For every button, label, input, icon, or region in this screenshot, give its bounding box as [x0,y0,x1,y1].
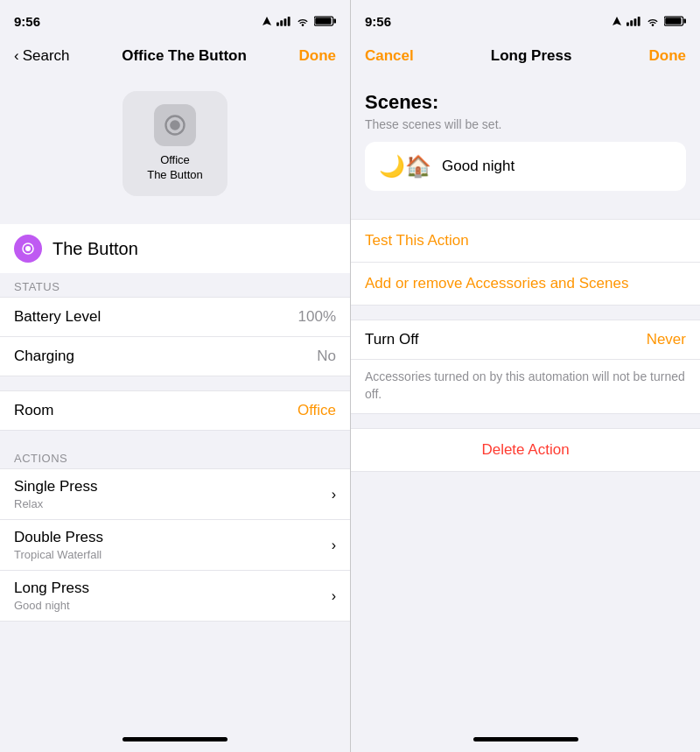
device-card: Office The Button [122,91,228,196]
svg-rect-12 [630,20,633,25]
svg-rect-0 [276,22,279,25]
chevron-right-icon-2: › [332,538,336,553]
delete-section: Delete Action [351,428,700,472]
chevron-right-icon-1: › [332,487,336,503]
double-press-item[interactable]: Double Press Tropical Waterfall › [0,520,350,571]
room-item[interactable]: Room Office [0,391,350,430]
actions-list: Single Press Relax › Double Press Tropic… [0,468,350,622]
turn-off-section: Turn Off Never Accessories turned on by … [351,320,700,414]
device-row-icon [14,235,42,263]
long-press-item[interactable]: Long Press Good night › [0,571,350,621]
time-right: 9:56 [365,14,391,29]
link-section: Test This Action Add or remove Accessori… [351,219,700,306]
svg-rect-17 [665,18,681,25]
double-press-title: Double Press [14,529,332,546]
right-spacer [351,472,700,730]
single-press-subtitle: Relax [14,497,332,510]
charging-key: Charging [14,348,74,365]
chevron-left-icon: ‹ [14,47,19,65]
actions-section-label: ACTIONS [0,445,350,468]
charging-value: No [317,348,336,365]
svg-rect-13 [634,18,637,26]
charging-item: Charging No [0,337,350,376]
turn-off-row[interactable]: Turn Off Never [351,320,700,360]
battery-level-value: 100% [298,308,336,326]
scenes-section: Scenes: These scenes will be set. 🌙🏠 Goo… [351,77,700,205]
left-spacer [0,622,350,730]
chevron-right-icon-3: › [332,588,336,604]
single-press-item[interactable]: Single Press Relax › [0,469,350,520]
device-card-label: Office The Button [147,153,203,183]
nav-bar-right: Cancel Long Press Done [351,39,700,77]
status-section-label: STATUS [0,273,350,297]
location-icon-right [612,16,622,26]
back-button-left[interactable]: ‹ Search [14,47,70,65]
turn-off-description: Accessories turned on by this automation… [351,360,700,413]
cancel-button[interactable]: Cancel [365,47,414,65]
button-device-icon [20,241,36,257]
done-button-right[interactable]: Done [649,47,687,65]
room-value: Office [298,402,336,419]
test-action-link[interactable]: Test This Action [351,220,700,263]
turn-off-label: Turn Off [365,331,418,348]
svg-point-8 [170,120,180,130]
signal-icon-right [626,16,641,26]
add-remove-link[interactable]: Add or remove Accessories and Scenes [351,263,700,305]
svg-rect-14 [638,17,640,26]
turn-off-card: Turn Off Never Accessories turned on by … [351,320,700,414]
home-bar-right [351,730,700,752]
wifi-icon [296,16,310,26]
button-icon [163,113,187,137]
double-press-subtitle: Tropical Waterfall [14,548,332,561]
status-icons-left [262,16,336,26]
svg-point-10 [25,246,31,251]
location-icon [262,16,272,26]
battery-icon-right [664,16,686,26]
home-bar-pill-right [473,737,578,741]
actions-section: ACTIONS Single Press Relax › Double Pres… [0,445,350,622]
time-left: 9:56 [14,14,40,29]
scenes-heading: Scenes: [365,91,686,114]
scenes-subtitle: These scenes will be set. [365,117,686,131]
back-label-left: Search [23,47,70,65]
svg-rect-2 [284,18,287,26]
nav-title-right: Long Press [491,47,572,65]
nav-title-left: Office The Button [122,47,247,65]
device-card-section: Office The Button [0,77,350,210]
status-bar-right: 9:56 [351,0,700,39]
status-bar-left: 9:56 [0,0,350,39]
room-section: Room Office [0,390,350,431]
home-bar-pill-left [122,737,228,741]
nav-bar-left: ‹ Search Office The Button Done [0,39,350,77]
right-panel: 9:56 Cancel Long Press Done Scene [350,0,700,752]
svg-rect-6 [315,18,331,25]
long-press-title: Long Press [14,580,332,597]
battery-level-item: Battery Level 100% [0,298,350,337]
single-press-title: Single Press [14,478,332,495]
battery-icon [314,16,336,26]
wifi-icon-right [646,16,660,26]
svg-rect-5 [334,19,337,24]
svg-rect-1 [280,20,283,25]
turn-off-value: Never [647,331,686,348]
device-name: The Button [52,239,138,259]
room-key: Room [14,402,53,419]
status-icons-right [612,16,686,26]
device-card-icon [154,104,196,146]
long-press-subtitle: Good night [14,599,332,612]
signal-icon [276,16,291,26]
battery-level-key: Battery Level [14,308,101,326]
delete-action-button[interactable]: Delete Action [481,441,569,458]
svg-rect-11 [626,22,629,25]
device-row: The Button [0,224,350,273]
scene-name-goodnight: Good night [442,158,514,175]
status-list: Battery Level 100% Charging No [0,297,350,376]
svg-rect-3 [288,17,290,26]
scene-item-goodnight[interactable]: 🌙🏠 Good night [365,142,686,191]
left-panel: 9:56 ‹ Search [0,0,350,752]
status-section: STATUS Battery Level 100% Charging No [0,273,350,376]
svg-rect-16 [684,19,687,24]
home-bar-left [0,730,350,752]
scene-icon-goodnight: 🌙🏠 [379,154,431,179]
done-button-left[interactable]: Done [299,47,337,65]
